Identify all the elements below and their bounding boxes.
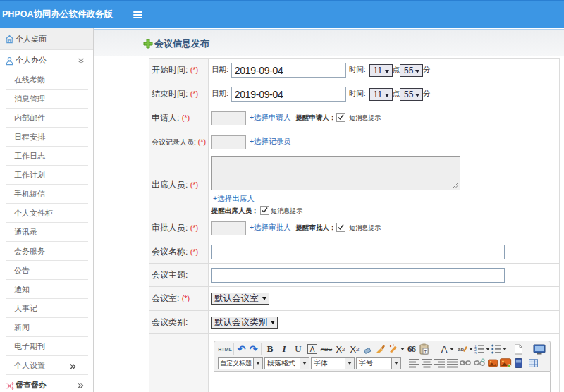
svg-text:ab: ab — [458, 346, 464, 353]
svg-text:3: 3 — [474, 351, 477, 354]
svg-text:T: T — [424, 350, 427, 354]
